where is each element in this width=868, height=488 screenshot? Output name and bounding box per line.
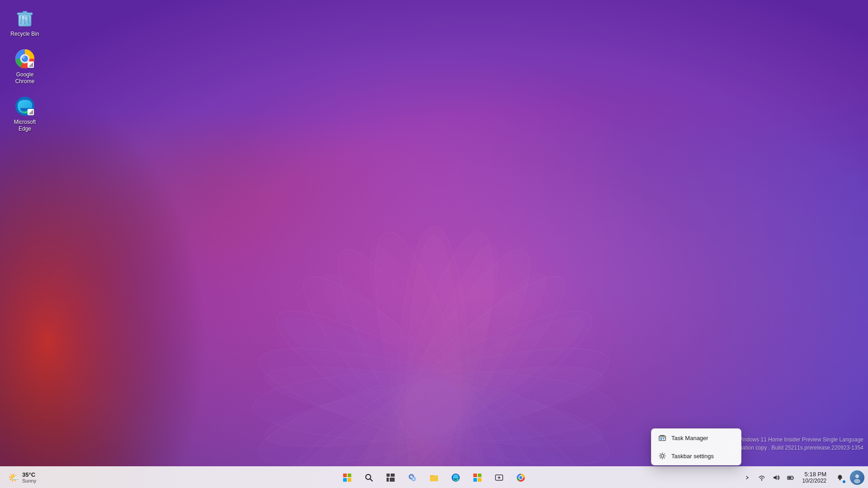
recycle-bin-image [14, 7, 36, 29]
svg-rect-97 [788, 477, 791, 479]
svg-rect-96 [793, 477, 794, 478]
chrome-taskbar-button[interactable] [511, 468, 531, 488]
svg-point-81 [413, 478, 415, 480]
chat-button[interactable] [402, 468, 422, 488]
clock[interactable]: 5:18 PM 10/2/2022 [799, 470, 830, 485]
weather-text: 35°C Sunny [22, 471, 36, 483]
desktop: Recycle Bin [0, 0, 868, 488]
svg-rect-68 [343, 474, 347, 477]
desktop-icons: Recycle Bin [5, 5, 45, 136]
profile-avatar[interactable] [850, 470, 864, 485]
watermark-line2: Evaluation copy . Build 25211s.prereleas… [729, 444, 863, 452]
svg-rect-85 [473, 474, 477, 477]
notification-dot [843, 480, 845, 483]
chrome-image [14, 48, 36, 70]
clock-time: 5:18 PM [805, 471, 826, 478]
svg-rect-87 [473, 478, 477, 482]
dev-tools-button[interactable] [489, 468, 509, 488]
weather-temperature: 35°C [22, 471, 36, 478]
battery-icon[interactable] [784, 471, 797, 484]
watermark: Windows 11 Home Insider Preview Single L… [729, 436, 863, 452]
svg-rect-70 [343, 478, 347, 482]
file-explorer-button[interactable] [424, 468, 444, 488]
weather-widget[interactable]: 🌤️ 35°C Sunny [4, 469, 41, 485]
svg-rect-77 [390, 478, 395, 482]
svg-rect-49 [23, 11, 27, 13]
task-manager-menu-item[interactable]: Task Manager [651, 429, 741, 447]
edge-icon-desktop[interactable]: Microsoft Edge [5, 93, 45, 136]
store-button[interactable] [467, 468, 487, 488]
recycle-bin-label: Recycle Bin [10, 31, 39, 38]
chrome-icon-desktop[interactable]: Google Chrome [5, 45, 45, 88]
edge-label: Microsoft Edge [7, 119, 42, 133]
taskbar-settings-menu-item[interactable]: Taskbar settings [651, 447, 741, 465]
svg-rect-71 [348, 478, 351, 482]
wallpaper [0, 0, 868, 488]
chrome-label: Google Chrome [7, 71, 42, 85]
svg-point-99 [840, 479, 841, 480]
svg-rect-76 [387, 478, 389, 482]
start-button[interactable] [337, 468, 357, 488]
tray-overflow-button[interactable] [741, 471, 754, 484]
svg-rect-88 [478, 478, 481, 482]
settings-icon [659, 452, 666, 460]
weather-condition: Sunny [22, 478, 36, 483]
edge-image [14, 95, 36, 117]
svg-rect-65 [660, 438, 662, 440]
svg-point-67 [661, 455, 664, 457]
taskbar-right: 5:18 PM 10/2/2022 [741, 469, 868, 486]
taskbar-settings-label: Taskbar settings [671, 453, 714, 460]
svg-point-94 [519, 476, 523, 479]
svg-rect-74 [387, 474, 390, 477]
svg-rect-83 [430, 476, 438, 481]
edge-taskbar-button[interactable] [446, 468, 466, 488]
wifi-icon[interactable] [755, 471, 768, 484]
weather-sun-icon: 🌤️ [8, 472, 19, 483]
svg-rect-86 [478, 474, 481, 477]
task-manager-icon [659, 434, 666, 441]
taskbar-left: 🌤️ 35°C Sunny [0, 469, 41, 485]
taskbar: 🌤️ 35°C Sunny [0, 466, 868, 488]
taskbar-center [337, 468, 531, 488]
svg-point-54 [22, 56, 25, 59]
recycle-bin-icon[interactable]: Recycle Bin [5, 5, 45, 41]
svg-rect-64 [660, 435, 665, 436]
svg-line-73 [370, 479, 373, 481]
svg-point-102 [854, 479, 860, 483]
svg-rect-75 [391, 474, 395, 477]
notification-button[interactable] [832, 469, 848, 486]
context-menu: Task Manager Taskbar settings [651, 428, 741, 465]
task-manager-label: Task Manager [671, 435, 708, 441]
svg-point-80 [410, 475, 413, 478]
volume-icon[interactable] [770, 471, 783, 484]
svg-rect-62 [659, 436, 665, 441]
search-button[interactable] [359, 468, 379, 488]
watermark-line1: Windows 11 Home Insider Preview Single L… [729, 436, 863, 444]
svg-rect-69 [348, 474, 351, 477]
svg-point-101 [855, 474, 859, 478]
task-view-button[interactable] [381, 468, 401, 488]
clock-date: 10/2/2022 [802, 478, 826, 484]
svg-rect-66 [663, 438, 664, 439]
